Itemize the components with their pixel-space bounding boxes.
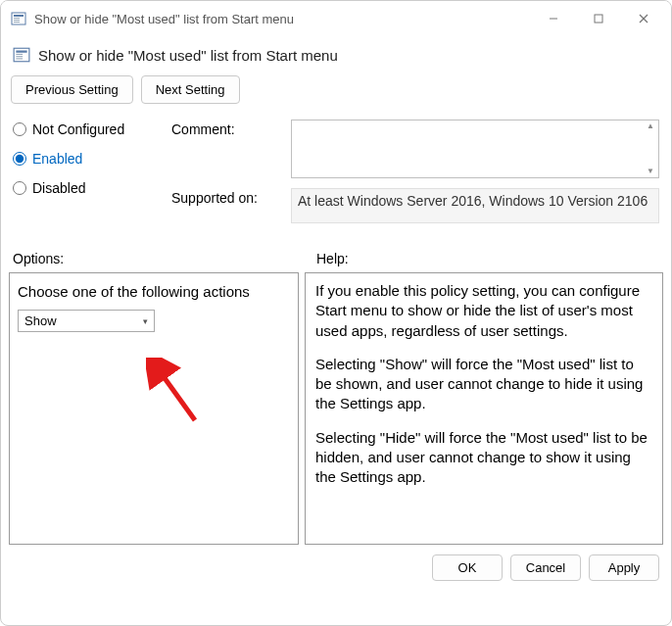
svg-rect-11: [16, 54, 23, 55]
radio-disabled-input[interactable]: [13, 181, 26, 195]
comment-label: Comment:: [171, 120, 287, 137]
radio-not-configured[interactable]: Not Configured: [13, 121, 168, 137]
comment-textarea[interactable]: ▲ ▼: [291, 120, 659, 178]
nav-buttons: Previous Setting Next Setting: [9, 72, 663, 116]
help-paragraph: If you enable this policy setting, you c…: [315, 281, 652, 341]
radio-disabled[interactable]: Disabled: [13, 180, 168, 196]
help-panel: If you enable this policy setting, you c…: [305, 272, 663, 545]
cancel-button[interactable]: Cancel: [510, 554, 581, 581]
ok-button[interactable]: OK: [432, 554, 503, 581]
help-label: Help:: [309, 251, 659, 266]
apply-button[interactable]: Apply: [589, 554, 659, 581]
scroll-down-icon[interactable]: ▼: [645, 167, 656, 176]
window-controls: [532, 4, 665, 33]
next-setting-button[interactable]: Next Setting: [141, 75, 240, 104]
policy-icon: [11, 11, 26, 26]
options-label: Options:: [13, 251, 309, 266]
close-button[interactable]: [622, 4, 665, 33]
svg-rect-12: [16, 56, 23, 57]
radio-label: Disabled: [32, 180, 85, 196]
titlebar: Show or hide "Most used" list from Start…: [1, 1, 671, 36]
svg-rect-3: [14, 20, 20, 21]
radio-enabled-input[interactable]: [13, 152, 26, 166]
options-prompt: Choose one of the following actions: [18, 283, 290, 300]
maximize-button[interactable]: [577, 4, 620, 33]
action-select-value: Show: [24, 313, 57, 328]
radio-label: Not Configured: [32, 121, 124, 137]
radio-label: Enabled: [32, 151, 82, 167]
svg-rect-2: [14, 18, 20, 19]
dialog-footer: OK Cancel Apply: [9, 545, 663, 581]
supported-on-value: At least Windows Server 2016, Windows 10…: [291, 188, 659, 223]
svg-rect-6: [595, 15, 602, 23]
action-select[interactable]: Show ▾: [18, 310, 155, 332]
svg-rect-4: [14, 22, 20, 23]
page-title: Show or hide "Most used" list from Start…: [38, 47, 338, 64]
help-paragraph: Selecting "Show" will force the "Most us…: [315, 355, 652, 414]
svg-rect-13: [16, 58, 23, 59]
minimize-button[interactable]: [532, 4, 575, 33]
supported-on-label: Supported on:: [171, 188, 287, 206]
window-title: Show or hide "Most used" list from Start…: [34, 12, 532, 26]
header: Show or hide "Most used" list from Start…: [9, 36, 663, 72]
options-panel: Choose one of the following actions Show…: [9, 272, 299, 545]
svg-rect-10: [16, 51, 26, 53]
svg-rect-1: [14, 15, 24, 17]
previous-setting-button[interactable]: Previous Setting: [11, 75, 133, 104]
policy-icon: [13, 46, 30, 64]
chevron-down-icon: ▾: [143, 316, 148, 326]
help-paragraph: Selecting "Hide" will force the "Most us…: [315, 428, 652, 488]
radio-enabled[interactable]: Enabled: [13, 151, 168, 167]
radio-not-configured-input[interactable]: [13, 122, 26, 136]
scroll-up-icon[interactable]: ▲: [645, 121, 656, 131]
state-radio-group: Not Configured Enabled Disabled: [13, 120, 168, 196]
